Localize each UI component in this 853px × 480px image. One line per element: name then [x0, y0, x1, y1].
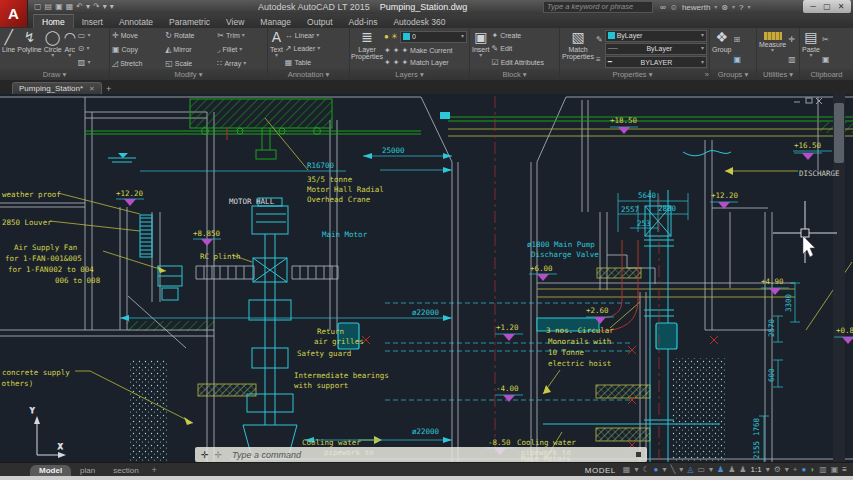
linear-dim-button[interactable]: ↔Linear▾ [285, 31, 321, 40]
plot-icon[interactable]: ▦ [66, 0, 74, 14]
scale-button[interactable]: ◱Scale [165, 57, 213, 69]
panel-label-layers[interactable]: Layers ▾ [350, 69, 469, 80]
rotate-button[interactable]: ↻Rotate [165, 29, 213, 41]
command-line[interactable]: ✛ ✛ Type a command [195, 447, 647, 462]
rectangle-icon[interactable]: ▭ [78, 31, 86, 40]
trim-button[interactable]: ✂Trim▾ [217, 29, 265, 41]
drawing-area[interactable]: Y X weather proof2850 LouverAir Supply F… [0, 94, 853, 462]
file-tab-active[interactable]: Pumping_Station* ✕ [12, 82, 102, 94]
annotation-visibility-icon[interactable]: ♟ [717, 464, 724, 476]
tab-annotate[interactable]: Annotate [111, 15, 161, 28]
tab-view[interactable]: View [218, 15, 252, 28]
ucs-dropdown-icon[interactable]: ▾ [709, 464, 713, 476]
ungroup-icon[interactable]: ⊞ [733, 35, 741, 44]
measure-button[interactable]: Measure▾ [759, 29, 786, 69]
annotation-people-icon[interactable]: ♟ [739, 464, 746, 476]
customize-menu-icon[interactable]: ≡ [842, 464, 847, 476]
new-layout-button[interactable]: + [152, 465, 157, 475]
workspace-dropdown-icon[interactable]: ▾ [785, 464, 789, 476]
match-layer-button[interactable]: Match Layer [410, 58, 449, 67]
undo-dropdown-icon[interactable]: ▾ [86, 0, 90, 14]
isometric-icon[interactable]: ☾ [642, 464, 649, 476]
ellipse-icon[interactable]: ⊙ [78, 44, 85, 53]
properties-list-icon[interactable]: ≡ [596, 55, 603, 64]
open-file-icon[interactable]: ▤ [45, 0, 53, 14]
id-point-icon[interactable]: ✛ [788, 35, 796, 44]
graphics-performance-icon[interactable]: ● [802, 464, 807, 476]
model-space-badge[interactable]: MODEL [585, 466, 616, 475]
panel-label-properties[interactable]: Properties ▾ » [560, 69, 709, 80]
panel-label-draw[interactable]: Draw ▾ [0, 69, 109, 80]
group-edit-icon[interactable]: ▣ [733, 55, 741, 64]
signin-user[interactable]: hewerth [682, 3, 710, 12]
save-file-icon[interactable]: ▣ [55, 0, 63, 14]
minimize-button[interactable]: ─ [807, 2, 819, 11]
tab-insert[interactable]: Insert [74, 15, 111, 28]
file-tab-close-icon[interactable]: ✕ [89, 85, 95, 93]
dynamic-ucs-icon[interactable]: ▭ [697, 464, 705, 476]
layer-off-icon[interactable]: ✦ [384, 58, 391, 67]
copy-button[interactable]: ▣Copy [112, 43, 161, 55]
panel-label-block[interactable]: Block ▾ [470, 69, 559, 80]
group-button[interactable]: ❖Group [712, 29, 731, 69]
layer-thaw-icon[interactable]: ☀ [391, 32, 398, 41]
new-tab-button[interactable]: + [106, 84, 111, 94]
text-button[interactable]: AText▾ [270, 29, 283, 69]
drawing-canvas[interactable]: Y X weather proof2850 LouverAir Supply F… [0, 94, 853, 462]
tab-addins[interactable]: Add-ins [341, 15, 386, 28]
arc-button[interactable]: ◠Arc▾ [64, 29, 76, 69]
panel-label-annotation[interactable]: Annotation ▾ [268, 69, 349, 80]
linetype-dropdown[interactable]: ──ByLayer▾ [605, 43, 707, 55]
snap-dropdown-icon[interactable]: ▾ [634, 464, 638, 476]
layer-walk-icon[interactable]: ✦ [401, 58, 408, 67]
command-grip[interactable] [636, 452, 641, 457]
restore-button[interactable]: ▢ [821, 2, 833, 11]
panel-label-groups[interactable]: Groups ▾ [710, 69, 756, 80]
properties-painter-icon[interactable]: ✎ [596, 35, 603, 44]
lock-ui-icon[interactable]: ▣ [831, 464, 839, 476]
panel-label-utilities[interactable]: Utilities ▾ [757, 69, 799, 80]
search-icon[interactable]: ∞ [660, 3, 666, 12]
quick-properties-icon[interactable]: ▥ [819, 464, 827, 476]
tab-autodesk360[interactable]: Autodesk 360 [385, 15, 453, 28]
line-button[interactable]: ╱Line [2, 29, 15, 69]
layout-tab-plan[interactable]: plan [71, 465, 104, 476]
table-button[interactable]: ▦Table [285, 58, 321, 67]
annotation-scale-badge[interactable]: 1:1 [751, 464, 762, 476]
tab-home[interactable]: Home [33, 14, 74, 28]
array-button[interactable]: ∷Array▾ [217, 57, 265, 69]
mirror-button[interactable]: ◭Mirror [165, 43, 213, 55]
fillet-button[interactable]: ◞Fillet▾ [217, 43, 265, 55]
layer-lock-icon[interactable]: ✦ [401, 46, 408, 55]
autoscale-icon[interactable]: ♟ [728, 464, 735, 476]
tab-output[interactable]: Output [299, 15, 341, 28]
polar-dropdown-icon[interactable]: ▾ [679, 464, 683, 476]
stretch-button[interactable]: ◿Stretch [112, 57, 161, 69]
tab-parametric[interactable]: Parametric [161, 15, 218, 28]
match-properties-button[interactable]: ▧Match Properties [562, 29, 594, 69]
autocad-logo[interactable]: A [0, 0, 28, 27]
osnap-tracking-icon[interactable]: ◬ [687, 464, 693, 476]
scale-dropdown-icon[interactable]: ▾ [766, 464, 770, 476]
layer-merge-icon[interactable]: ✦ [393, 58, 400, 67]
layout-tab-model[interactable]: Model [30, 465, 71, 476]
redo-icon[interactable]: ↷ [93, 0, 100, 14]
grid-icon[interactable]: ▦ [623, 464, 631, 476]
redo-dropdown-icon[interactable]: ▾ [103, 0, 107, 14]
help-dropdown-icon[interactable]: ▾ [748, 5, 751, 10]
paste-button[interactable]: ▤Paste▾ [802, 29, 820, 69]
search-input[interactable]: Type a keyword or phrase [543, 1, 653, 13]
move-button[interactable]: ✛Move [112, 29, 161, 41]
customize-plus-icon[interactable]: + [793, 464, 798, 476]
properties-launcher-icon[interactable]: » [705, 69, 709, 80]
polyline-button[interactable]: ↯Polyline [17, 29, 42, 69]
isolate-objects-icon[interactable]: ◗ [810, 464, 815, 476]
object-snap-dropdown-icon[interactable]: ▾ [662, 464, 666, 476]
layer-isolate-icon[interactable]: ✦ [384, 46, 391, 55]
command-promp-text[interactable]: Type a command [232, 450, 301, 460]
workspace-gear-icon[interactable]: ⚙ [774, 464, 781, 476]
insert-button[interactable]: ▣Insert▾ [472, 29, 490, 69]
quick-calc-icon[interactable]: ▥ [788, 55, 796, 64]
panel-label-modify[interactable]: Modify ▾ [110, 69, 267, 80]
layer-properties-button[interactable]: ≣Layer Properties [352, 29, 382, 69]
